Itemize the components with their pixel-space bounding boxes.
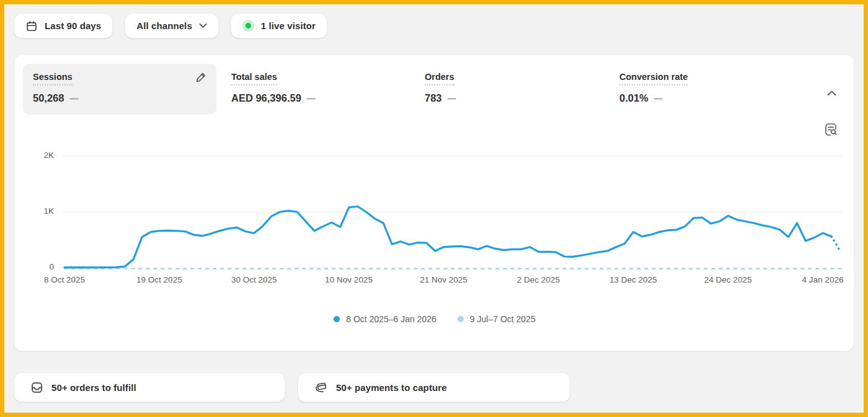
metric-label-sessions[interactable]: Sessions <box>33 72 73 86</box>
metric-number: AED 96,396.59 <box>231 92 301 104</box>
channels-dropdown[interactable]: All channels <box>125 13 219 38</box>
collapse-card-button[interactable] <box>824 87 839 99</box>
x-tick-label: 19 Oct 2025 <box>136 275 182 284</box>
payments-to-capture-label: 50+ payments to capture <box>336 382 447 393</box>
metric-tile-sessions[interactable]: Sessions 50,268 — <box>23 64 216 115</box>
toolbar: Last 90 days All channels 1 live visitor <box>14 13 327 38</box>
metric-value-sessions: 50,268 — <box>33 92 206 104</box>
chevron-up-icon <box>827 90 836 96</box>
payments-to-capture-button[interactable]: 50+ payments to capture <box>298 372 570 402</box>
chevron-down-icon <box>199 23 207 29</box>
legend-item-previous-period[interactable]: 9 Jul–7 Oct 2025 <box>458 314 536 324</box>
x-axis-labels: 8 Oct 202519 Oct 202530 Oct 202510 Nov 2… <box>14 275 855 288</box>
metric-value-conversion-rate: 0.01% — <box>619 92 688 104</box>
legend-label-current: 8 Oct 2025–6 Jan 2026 <box>346 314 436 324</box>
live-visitors-label: 1 live visitor <box>261 20 316 31</box>
legend-label-previous: 9 Jul–7 Oct 2025 <box>470 314 536 324</box>
legend-item-current-period[interactable]: 8 Oct 2025–6 Jan 2026 <box>334 314 436 324</box>
x-tick-label: 2 Dec 2025 <box>517 275 560 284</box>
orders-to-fulfill-label: 50+ orders to fulfill <box>51 382 136 393</box>
payment-card-icon <box>314 381 328 394</box>
date-range-button[interactable]: Last 90 days <box>14 13 113 38</box>
metric-label-orders[interactable]: Orders <box>425 72 454 86</box>
metric-number: 0.01% <box>619 92 649 104</box>
x-tick-label: 21 Nov 2025 <box>420 275 467 284</box>
inspect-data-button[interactable] <box>822 121 840 139</box>
x-tick-label: 24 Dec 2025 <box>704 275 752 284</box>
metric-number: 50,268 <box>33 92 64 104</box>
metric-delta: — <box>307 94 316 103</box>
metric-value-total-sales: AED 96,396.59 — <box>231 92 316 104</box>
x-tick-label: 4 Jan 2026 <box>802 275 844 284</box>
report-magnifier-icon <box>823 121 839 138</box>
metric-conversion-rate[interactable]: Conversion rate 0.01% — <box>619 71 688 104</box>
metric-value-orders: 783 — <box>425 92 456 104</box>
live-visitors-button[interactable]: 1 live visitor <box>231 13 327 38</box>
green-pulse-dot-icon <box>242 20 254 32</box>
metric-delta: — <box>69 94 78 103</box>
orders-to-fulfill-button[interactable]: 50+ orders to fulfill <box>14 372 285 402</box>
metric-delta: — <box>448 94 456 103</box>
metric-total-sales[interactable]: Total sales AED 96,396.59 — <box>231 71 316 104</box>
y-tick-label: 2K <box>24 151 54 160</box>
legend-dot-previous <box>458 316 464 322</box>
pencil-icon <box>195 71 207 84</box>
metric-label-total-sales[interactable]: Total sales <box>231 72 277 86</box>
legend-dot-current <box>334 316 340 322</box>
metric-orders[interactable]: Orders 783 — <box>425 71 456 104</box>
orders-inbox-icon <box>30 381 43 394</box>
metric-number: 783 <box>425 92 442 104</box>
y-tick-label: 1K <box>24 206 54 216</box>
x-tick-label: 8 Oct 2025 <box>44 275 85 284</box>
chart-legend: 8 Oct 2025–6 Jan 2026 9 Jul–7 Oct 2025 <box>14 314 855 324</box>
x-tick-label: 13 Dec 2025 <box>609 275 657 284</box>
metric-delta: — <box>654 94 663 103</box>
x-tick-label: 30 Oct 2025 <box>231 275 277 284</box>
x-tick-label: 10 Nov 2025 <box>325 275 373 284</box>
analytics-card: Sessions 50,268 — Total sales AED 96,396… <box>14 55 854 351</box>
metric-label-conversion-rate[interactable]: Conversion rate <box>619 72 688 86</box>
edit-metric-button[interactable] <box>193 71 208 86</box>
y-tick-label: 0 <box>24 262 54 271</box>
date-range-label: Last 90 days <box>45 20 101 31</box>
analytics-dashboard: Last 90 days All channels 1 live visitor… <box>0 0 868 417</box>
channels-label: All channels <box>136 20 192 31</box>
calendar-icon <box>25 20 38 32</box>
sessions-line-chart[interactable] <box>14 142 855 276</box>
